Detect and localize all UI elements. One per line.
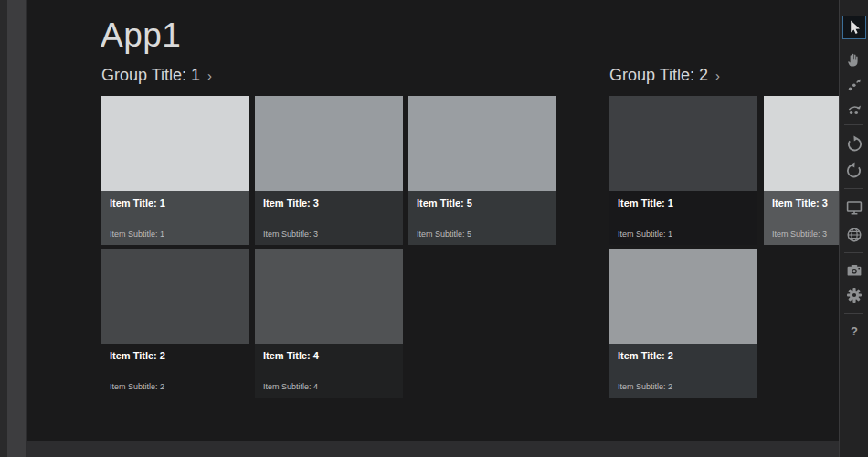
mouse-mode-button[interactable]	[842, 16, 866, 39]
item-subtitle: Item Subtitle: 3	[772, 229, 827, 239]
item-title: Item Title: 1	[110, 197, 241, 208]
pinch-zoom-touch-button[interactable]	[842, 73, 866, 97]
item-subtitle: Item Subtitle: 3	[263, 229, 318, 239]
pinch-zoom-touch-icon	[845, 76, 863, 94]
toolbar-separator	[844, 252, 863, 253]
item-caption: Item Title: 1 Item Subtitle: 1	[609, 191, 757, 245]
set-location-icon	[845, 226, 863, 244]
item-caption: Item Title: 2 Item Subtitle: 2	[609, 344, 757, 398]
rotation-touch-button[interactable]	[842, 97, 866, 121]
page-title: App1	[101, 16, 181, 55]
copy-screenshot-icon	[845, 261, 863, 280]
group-title: Group Title: 1	[101, 66, 200, 84]
group-header-link[interactable]: Group Title: 1›	[101, 66, 212, 85]
basic-touch-mode-button[interactable]	[842, 48, 866, 71]
simulator-bezel-left-outer	[0, 0, 7, 457]
rotation-touch-icon	[845, 100, 863, 118]
item-image-placeholder	[764, 96, 839, 191]
grid-item-tile[interactable]: Item Title: 1 Item Subtitle: 1	[101, 96, 249, 245]
help-icon: ?	[851, 324, 858, 338]
basic-touch-mode-icon	[845, 50, 863, 69]
screenshot-settings-icon	[845, 286, 863, 304]
grid-item-tile[interactable]: Item Title: 2 Item Subtitle: 2	[609, 249, 757, 398]
screenshot-settings-button[interactable]	[842, 283, 866, 307]
item-title: Item Title: 2	[618, 350, 749, 361]
item-caption: Item Title: 3 Item Subtitle: 3	[764, 191, 839, 245]
set-location-button[interactable]	[842, 223, 866, 247]
item-subtitle: Item Subtitle: 1	[618, 229, 672, 239]
item-subtitle: Item Subtitle: 2	[618, 382, 672, 391]
app-screen: App1 Group Title: 1› Item Title: 1 Item …	[27, 0, 839, 441]
item-caption: Item Title: 1 Item Subtitle: 1	[101, 191, 249, 245]
item-image-placeholder	[609, 249, 757, 344]
item-image-placeholder	[408, 96, 556, 191]
item-subtitle: Item Subtitle: 1	[110, 229, 164, 239]
item-title: Item Title: 3	[772, 197, 839, 208]
rotate-counterclockwise-button[interactable]	[842, 159, 866, 183]
chevron-right-icon: ›	[207, 68, 212, 83]
toolbar-separator	[844, 313, 863, 314]
chevron-right-icon: ›	[715, 68, 720, 83]
simulator-bezel-left	[7, 0, 27, 457]
windows-simulator-window: App1 Group Title: 1› Item Title: 1 Item …	[0, 0, 868, 457]
item-image-placeholder	[255, 96, 403, 191]
item-title: Item Title: 3	[263, 197, 395, 208]
grid-item-tile[interactable]: Item Title: 4 Item Subtitle: 4	[255, 249, 403, 398]
change-resolution-icon	[845, 198, 863, 217]
grid-item-tile[interactable]: Item Title: 3 Item Subtitle: 3	[255, 96, 403, 245]
item-subtitle: Item Subtitle: 5	[417, 229, 471, 239]
always-on-top-pin-button[interactable]: ★	[842, 0, 866, 13]
copy-screenshot-button[interactable]	[842, 259, 866, 282]
mouse-mode-icon	[845, 18, 863, 37]
toolbar-separator	[844, 188, 863, 189]
simulator-bezel-bottom	[27, 441, 839, 457]
grid-item-tile[interactable]: Item Title: 2 Item Subtitle: 2	[101, 249, 249, 398]
item-caption: Item Title: 4 Item Subtitle: 4	[255, 344, 403, 398]
help-button[interactable]: ?	[842, 319, 866, 343]
item-image-placeholder	[609, 96, 757, 191]
item-title: Item Title: 2	[110, 350, 241, 361]
item-title: Item Title: 1	[618, 197, 749, 208]
item-subtitle: Item Subtitle: 4	[263, 382, 318, 391]
item-subtitle: Item Subtitle: 2	[110, 382, 164, 391]
rotate-clockwise-button[interactable]	[842, 133, 866, 156]
simulator-toolbar: ★?	[839, 0, 868, 457]
grid-item-tile[interactable]: Item Title: 5 Item Subtitle: 5	[408, 96, 556, 245]
group-header-link[interactable]: Group Title: 2›	[609, 66, 720, 85]
item-image-placeholder	[101, 96, 249, 191]
item-caption: Item Title: 5 Item Subtitle: 5	[408, 191, 556, 245]
grid-item-tile[interactable]: Item Title: 1 Item Subtitle: 1	[609, 96, 757, 245]
rotate-counterclockwise-icon	[845, 162, 863, 180]
change-resolution-button[interactable]	[842, 196, 866, 219]
item-caption: Item Title: 3 Item Subtitle: 3	[255, 191, 403, 245]
grid-item-tile[interactable]: Item Title: 3 Item Subtitle: 3	[764, 96, 839, 245]
item-caption: Item Title: 2 Item Subtitle: 2	[101, 344, 249, 398]
rotate-clockwise-icon	[845, 135, 863, 154]
item-image-placeholder	[255, 249, 403, 344]
group-title: Group Title: 2	[609, 66, 708, 84]
item-title: Item Title: 5	[417, 197, 548, 208]
item-image-placeholder	[101, 249, 249, 344]
toolbar-separator	[844, 124, 863, 125]
item-title: Item Title: 4	[263, 350, 395, 361]
